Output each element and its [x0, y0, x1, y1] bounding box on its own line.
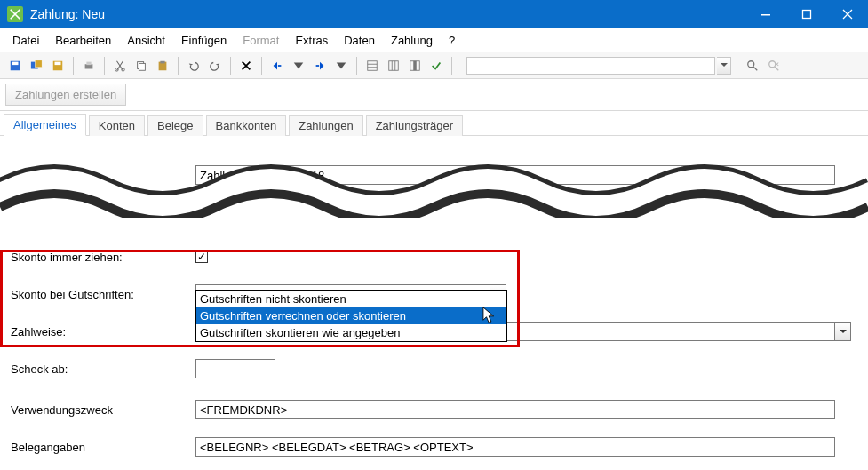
- menu-help[interactable]: ?: [442, 31, 462, 50]
- nav-first-drop-icon[interactable]: [289, 56, 308, 76]
- redo-icon[interactable]: [205, 56, 225, 76]
- svg-rect-7: [55, 61, 61, 65]
- minimize-button[interactable]: [745, 0, 786, 28]
- maximize-button[interactable]: [786, 0, 827, 28]
- dropdown-option[interactable]: Gutschriften verrechnen oder skontieren: [196, 307, 506, 324]
- save-special1-icon[interactable]: [27, 56, 46, 76]
- payment-method-label: Zahlweise:: [11, 325, 195, 339]
- svg-point-22: [748, 60, 754, 67]
- search-icon[interactable]: [743, 56, 762, 76]
- second-toolbar: Zahlungen erstellen: [0, 79, 868, 111]
- tab-bank-accounts[interactable]: Bankkonten: [206, 115, 287, 136]
- nav-last-drop-icon[interactable]: [331, 56, 351, 76]
- nav-last-icon[interactable]: [310, 56, 330, 76]
- delete-icon[interactable]: [236, 56, 256, 76]
- grid1-icon[interactable]: [362, 56, 382, 76]
- svg-point-23: [769, 60, 776, 67]
- tab-payment-carriers[interactable]: Zahlungsträger: [366, 115, 463, 136]
- document-info-label: Belegangaben: [11, 441, 195, 454]
- usage-label: Verwendungszweck: [11, 403, 195, 417]
- chevron-down-icon[interactable]: [835, 322, 851, 341]
- svg-rect-5: [35, 60, 42, 67]
- tab-general[interactable]: Allgemeines: [4, 114, 86, 136]
- create-payments-button[interactable]: Zahlungen erstellen: [5, 84, 126, 106]
- search-clear-icon[interactable]: [764, 56, 784, 76]
- document-info-input[interactable]: [195, 437, 835, 457]
- menu-insert[interactable]: Einfügen: [174, 31, 234, 50]
- toolbar-search-input[interactable]: [466, 57, 715, 75]
- grid3-icon[interactable]: [405, 56, 425, 76]
- app-icon: [7, 6, 23, 22]
- menu-format[interactable]: Format: [235, 31, 286, 50]
- window-title: Zahlung: Neu: [30, 7, 105, 21]
- svg-rect-1: [803, 11, 811, 19]
- close-button[interactable]: [827, 0, 868, 28]
- svg-rect-18: [368, 60, 378, 70]
- check-icon[interactable]: [426, 56, 446, 76]
- dropdown-option[interactable]: Gutschriften nicht skontieren: [196, 291, 506, 307]
- skonto-always-checkbox[interactable]: [195, 251, 208, 263]
- menu-payment[interactable]: Zahlung: [384, 31, 440, 50]
- print-icon[interactable]: [79, 56, 99, 76]
- menu-data[interactable]: Daten: [337, 31, 382, 50]
- form-area: Skonto immer ziehen: Skonto bei Gutschri…: [0, 136, 868, 470]
- window-titlebar: Zahlung: Neu: [0, 0, 868, 28]
- menu-extras[interactable]: Extras: [288, 31, 335, 50]
- mouse-cursor: [482, 307, 498, 326]
- svg-rect-19: [389, 60, 399, 70]
- svg-rect-17: [316, 65, 320, 67]
- svg-rect-3: [12, 61, 19, 65]
- svg-rect-9: [86, 61, 91, 65]
- skonto-credit-label: Skonto bei Gutschriften:: [11, 288, 195, 301]
- skonto-always-label: Skonto immer ziehen:: [11, 251, 195, 264]
- usage-input[interactable]: [195, 400, 835, 419]
- save-special2-icon[interactable]: [48, 56, 68, 76]
- toolbar: [0, 52, 868, 79]
- svg-rect-13: [139, 63, 145, 70]
- menu-bar: Datei Bearbeiten Ansicht Einfügen Format…: [0, 28, 868, 52]
- paste-icon[interactable]: [153, 56, 172, 76]
- undo-icon[interactable]: [184, 56, 203, 76]
- svg-rect-16: [278, 65, 282, 67]
- svg-rect-21: [413, 60, 417, 70]
- copy-icon[interactable]: [131, 56, 151, 76]
- save-icon[interactable]: [5, 56, 25, 76]
- dropdown-option[interactable]: Gutschriften skontieren wie angegeben: [196, 324, 506, 341]
- tab-strip: Allgemeines Konten Belege Bankkonten Zah…: [0, 111, 868, 136]
- menu-file[interactable]: Datei: [5, 31, 46, 50]
- svg-rect-0: [761, 14, 770, 16]
- check-from-input[interactable]: [195, 359, 275, 378]
- tab-accounts[interactable]: Konten: [89, 115, 145, 136]
- tab-documents[interactable]: Belege: [147, 115, 203, 136]
- top-field[interactable]: [195, 165, 835, 185]
- menu-edit[interactable]: Bearbeiten: [48, 31, 118, 50]
- check-from-label: Scheck ab:: [11, 362, 195, 376]
- menu-view[interactable]: Ansicht: [120, 31, 172, 50]
- nav-first-icon[interactable]: [267, 56, 287, 76]
- skonto-credit-popup: Gutschriften nicht skontieren Gutschrift…: [195, 290, 507, 342]
- cut-icon[interactable]: [110, 56, 130, 76]
- tab-payments[interactable]: Zahlungen: [289, 115, 362, 136]
- svg-rect-15: [160, 60, 164, 63]
- toolbar-search-dropdown[interactable]: [717, 57, 731, 75]
- grid2-icon[interactable]: [384, 56, 403, 76]
